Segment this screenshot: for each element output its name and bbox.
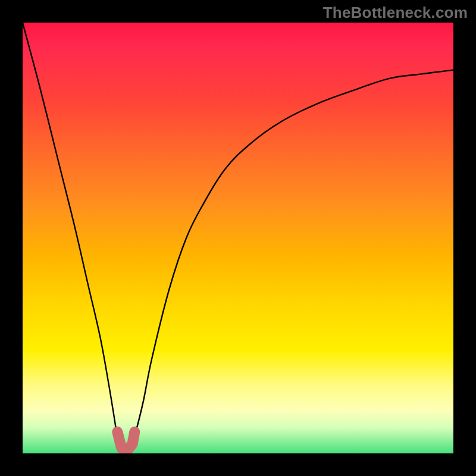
- bottleneck-curve-line: [23, 23, 453, 453]
- watermark-text: TheBottleneck.com: [323, 4, 468, 22]
- chart-frame: TheBottleneck.com: [0, 0, 476, 476]
- optimal-marker-shape: [117, 432, 134, 449]
- chart-svg-layer: [23, 23, 453, 453]
